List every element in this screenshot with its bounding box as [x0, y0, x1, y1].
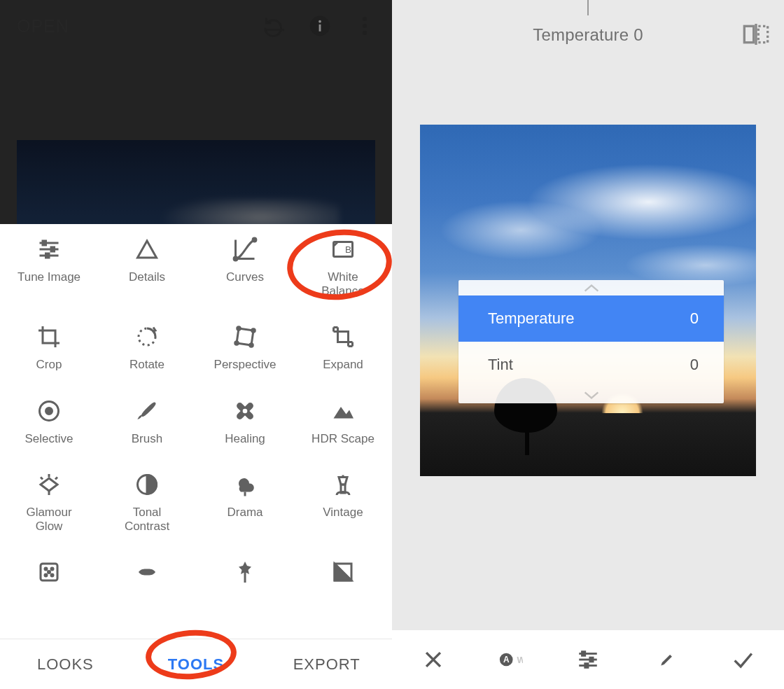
tool-crop[interactable]: Crop [0, 317, 98, 372]
tab-export[interactable]: EXPORT [261, 655, 392, 674]
bottom-tabs: LOOKS TOOLS EXPORT [0, 639, 392, 689]
tool-curves[interactable]: Curves [196, 230, 294, 298]
auto-wb-icon[interactable]: AW [496, 644, 526, 675]
svg-point-20 [252, 329, 255, 333]
tool-label: Rotate [130, 358, 164, 372]
tool-label: Selective [25, 432, 74, 446]
compare-icon[interactable] [742, 24, 770, 46]
vintage-icon [329, 471, 357, 499]
svg-point-42 [48, 571, 50, 573]
svg-rect-46 [758, 26, 767, 42]
tab-looks[interactable]: LOOKS [0, 655, 131, 674]
svg-point-38 [45, 568, 47, 570]
svg-point-14 [253, 238, 256, 242]
tool-label: Tune Image [18, 270, 80, 284]
param-name: Temperature [533, 25, 629, 44]
tool-selective[interactable]: Selective [0, 391, 98, 446]
param-value: 0 [634, 25, 643, 44]
white-balance-icon: B [329, 235, 357, 263]
selective-icon [35, 397, 63, 425]
tool-hdr-scape[interactable]: HDR Scape [294, 391, 392, 446]
tool-white-balance[interactable]: B White Balance [294, 230, 392, 298]
tool-label: Glamour Glow [26, 506, 71, 533]
param-value: 0 [690, 356, 699, 374]
brush-icon [133, 397, 161, 425]
tool-grunge[interactable] [196, 552, 294, 586]
left-screenshot: OPEN Tune Image [0, 0, 392, 689]
close-icon[interactable] [418, 644, 449, 675]
tool-label: Crop [36, 358, 62, 372]
tool-retrolux[interactable] [98, 552, 196, 586]
current-param-readout: Temperature 0 [392, 25, 784, 45]
tool-expand[interactable]: Expand [294, 317, 392, 372]
tool-glamour-glow[interactable]: Glamour Glow [0, 465, 98, 533]
tool-label: Drama [227, 506, 262, 520]
svg-point-21 [250, 344, 253, 347]
open-button[interactable]: OPEN [10, 8, 76, 45]
perspective-icon [231, 323, 259, 351]
info-icon[interactable] [308, 14, 332, 38]
tool-vintage[interactable]: Vintage [294, 465, 392, 533]
tool-label: Healing [225, 432, 265, 446]
param-row-temperature[interactable]: Temperature 0 [458, 295, 724, 342]
tool-tune-image[interactable]: Tune Image [0, 230, 98, 298]
svg-rect-58 [585, 664, 588, 668]
svg-line-31 [41, 478, 43, 480]
svg-rect-56 [582, 652, 584, 656]
svg-text:A: A [503, 655, 509, 664]
param-label: Temperature [488, 309, 575, 328]
svg-rect-9 [43, 241, 46, 245]
tool-perspective[interactable]: Perspective [196, 317, 294, 372]
svg-marker-29 [41, 478, 57, 491]
svg-rect-11 [46, 253, 50, 258]
details-icon [133, 235, 161, 263]
tab-tools[interactable]: TOOLS [131, 655, 262, 674]
svg-point-2 [318, 20, 321, 23]
apply-icon[interactable] [727, 644, 758, 675]
tool-label: Brush [132, 432, 162, 446]
drama-icon [231, 471, 259, 499]
svg-point-39 [51, 568, 53, 570]
healing-icon [231, 397, 259, 425]
tool-label: Tonal Contrast [125, 506, 169, 533]
svg-point-13 [234, 257, 237, 260]
tune-icon [35, 235, 63, 263]
top-bar-actions [263, 14, 382, 38]
grunge-icon [231, 558, 259, 586]
param-row-tint[interactable]: Tint 0 [458, 342, 724, 388]
param-value: 0 [690, 309, 699, 328]
tool-black-white[interactable] [294, 552, 392, 586]
undo-icon[interactable] [263, 14, 287, 38]
eyedropper-icon[interactable] [650, 644, 680, 675]
expand-icon [329, 323, 357, 351]
tool-grainy-film[interactable] [0, 552, 98, 586]
tool-label: Perspective [214, 358, 276, 372]
svg-rect-10 [51, 247, 55, 251]
svg-point-5 [363, 31, 367, 35]
tool-label: Details [129, 270, 165, 284]
svg-text:B: B [345, 244, 351, 255]
top-bar: OPEN [0, 0, 392, 52]
parameter-panel[interactable]: Temperature 0 Tint 0 [458, 280, 724, 403]
curves-icon [231, 235, 259, 263]
adjust-icon[interactable] [573, 644, 603, 675]
svg-point-41 [51, 574, 53, 576]
tool-rotate[interactable]: Rotate [98, 317, 196, 372]
crop-icon [35, 323, 63, 351]
tool-label: White Balance [321, 270, 364, 298]
svg-point-3 [363, 17, 367, 21]
tool-drama[interactable]: Drama [196, 465, 294, 533]
svg-point-40 [45, 574, 47, 576]
tool-healing[interactable]: Healing [196, 391, 294, 446]
svg-point-27 [243, 408, 248, 413]
svg-line-32 [55, 478, 57, 480]
svg-marker-12 [138, 241, 157, 258]
tool-label: HDR Scape [312, 432, 374, 446]
more-icon[interactable] [353, 14, 377, 38]
retrolux-icon [133, 558, 161, 586]
tool-brush[interactable]: Brush [98, 391, 196, 446]
svg-point-24 [46, 408, 52, 414]
tool-tonal-contrast[interactable]: Tonal Contrast [98, 465, 196, 533]
right-screenshot: Temperature 0 Temperature 0 Tint 0 [392, 0, 784, 689]
tool-details[interactable]: Details [98, 230, 196, 298]
